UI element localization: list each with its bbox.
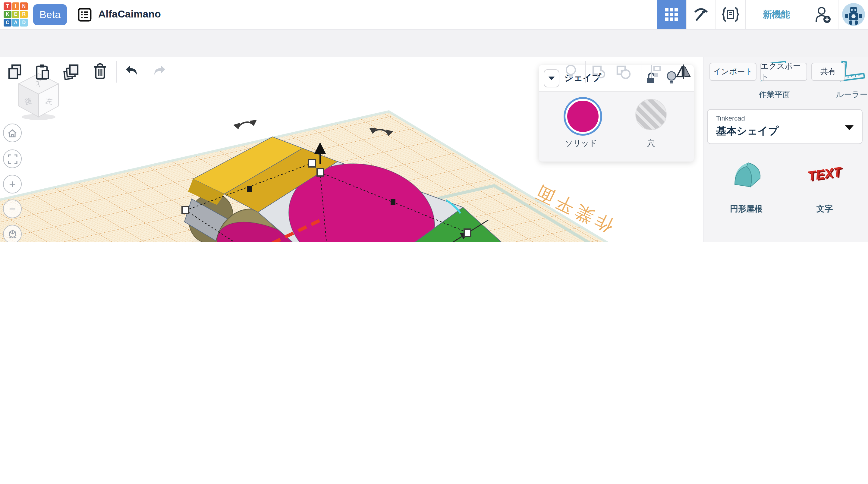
ungroup-button[interactable] [615, 63, 632, 80]
wedge-icon [805, 239, 844, 242]
perspective-toggle-button[interactable] [3, 225, 22, 242]
group-button[interactable] [591, 63, 608, 80]
corner-handle[interactable] [182, 207, 189, 213]
align-button[interactable] [649, 63, 665, 80]
svg-text:後: 後 [24, 97, 33, 106]
text-shape-icon: TEXT TEXT [801, 155, 849, 195]
person-add-icon [814, 6, 831, 23]
round-roof-icon [726, 155, 766, 195]
avatar-robot-icon [842, 3, 865, 26]
light-toggle-button[interactable] [562, 63, 579, 80]
corner-handle[interactable] [317, 169, 324, 176]
hole-label: 穴 [627, 138, 675, 149]
scale-handle[interactable] [391, 199, 396, 205]
collapse-panel-button[interactable] [544, 69, 559, 87]
divider [704, 104, 868, 104]
edit-toolbar: インポート エクスポート 共有 [0, 29, 868, 57]
import-button[interactable]: インポート [710, 63, 756, 81]
shape-item-text[interactable]: TEXT TEXT 文字 [785, 149, 864, 233]
shape-item-round-roof[interactable]: 円形屋根 [707, 149, 785, 233]
codeblocks-button[interactable] [716, 0, 745, 29]
library-name: 基本シェイプ [716, 124, 778, 138]
paste-button[interactable] [34, 63, 51, 80]
app-header: T I N K E R C A D Beta AlfaCaimano [0, 0, 868, 30]
beta-badge[interactable]: Beta [33, 4, 67, 25]
svg-text:左: 左 [45, 97, 53, 106]
library-brand: Tinkercad [716, 115, 745, 122]
shape-item-wedge[interactable]: くさび [785, 233, 864, 242]
chevron-down-icon [549, 77, 555, 80]
share-button[interactable]: 共有 [811, 63, 845, 81]
duplicate-button[interactable] [63, 63, 80, 80]
home-view-button[interactable] [3, 124, 22, 142]
design-title: AlfaCaimano [98, 0, 161, 29]
solid-color-swatch[interactable] [565, 99, 600, 134]
solid-label: ソリッド [557, 138, 605, 149]
rotate-handle[interactable] [233, 119, 258, 130]
account-avatar[interactable] [839, 0, 868, 29]
blocks-editor-button[interactable] [657, 0, 686, 29]
hole-swatch[interactable] [635, 99, 667, 130]
copy-button[interactable] [7, 63, 24, 80]
undo-button[interactable] [122, 63, 139, 80]
corner-handle[interactable] [464, 229, 471, 236]
shape-library-sidebar: 作業平面 ルーラー Tinkercad 基本シェイプ 円形屋根 [703, 57, 868, 242]
grid-icon [665, 8, 678, 21]
fit-view-button[interactable] [3, 149, 22, 168]
sphere-icon [726, 239, 766, 242]
redo-button[interactable] [152, 63, 169, 80]
zoom-in-button[interactable]: + [3, 175, 22, 193]
mirror-button[interactable] [675, 63, 692, 80]
tinkercad-logo[interactable]: T I N K E R C A D [4, 2, 28, 27]
tinkercad-app: 作業平面 [0, 0, 868, 242]
height-handle[interactable] [309, 160, 315, 167]
scale-handle[interactable] [247, 186, 252, 192]
invite-user-button[interactable] [808, 0, 837, 29]
shape-gallery: 円形屋根 TEXT TEXT 文字 球 [707, 149, 864, 242]
shape-item-sphere[interactable]: 球 [707, 233, 785, 242]
design-list-icon[interactable] [78, 8, 92, 22]
new-features-link[interactable]: 新機能 [746, 0, 807, 29]
pickaxe-icon [693, 7, 709, 22]
shape-library-select[interactable]: Tinkercad 基本シェイプ [707, 109, 863, 144]
zoom-out-button[interactable]: − [3, 200, 22, 218]
codeblocks-icon [721, 7, 740, 22]
delete-button[interactable] [92, 63, 108, 80]
minecraft-export-button[interactable] [687, 0, 715, 29]
chevron-down-icon [845, 125, 854, 130]
export-button[interactable]: エクスポート [760, 63, 807, 81]
